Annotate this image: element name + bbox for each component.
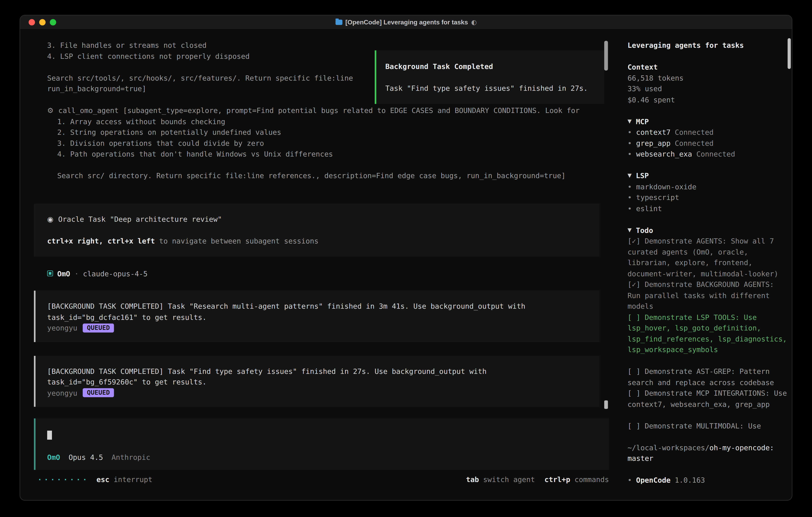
ctrl-p-key: ctrl+p bbox=[545, 474, 570, 485]
tool-call-item: 2. String operations on potentially unde… bbox=[34, 127, 609, 138]
todo-item: [ ]Demonstrate LSP TOOLS: Use lsp_hover,… bbox=[628, 311, 788, 355]
todo-item: [ ]Demonstrate MCP INTEGRATIONS: Use con… bbox=[628, 388, 788, 409]
todo-text: Demonstrate AST-GREP: Pattern search and… bbox=[628, 367, 774, 386]
window-title-text: [OpenCode] Leveraging agents for tasks bbox=[345, 19, 468, 26]
esc-key-label: interrupt bbox=[114, 474, 152, 485]
navigation-hint: ctrl+x right, ctrl+x leftto navigate bet… bbox=[47, 235, 589, 246]
checkbox-empty-icon: [ ] bbox=[628, 367, 641, 376]
bullet-icon: • bbox=[628, 127, 632, 138]
oracle-task-title-row: ◉Oracle Task "Deep architecture review" bbox=[47, 214, 589, 224]
workspace-branch: master bbox=[628, 453, 788, 464]
checkbox-empty-icon: [ ] bbox=[628, 389, 641, 397]
model-selector[interactable]: OmO Opus 4.5 Anthropic bbox=[47, 452, 599, 462]
agent-header: OmO · claude-opus-4-5 bbox=[34, 268, 609, 279]
todo-text: Demonstrate MCP INTEGRATIONS: Use contex… bbox=[628, 389, 791, 408]
desktop: [OpenCode] Leveraging agents for tasks ◐… bbox=[0, 0, 812, 517]
mcp-item: •context7Connected bbox=[628, 127, 788, 138]
record-circle-icon: ◉ bbox=[47, 215, 53, 223]
message-line: task_id="bg_dcfac161" to get results. bbox=[47, 311, 589, 322]
tab-label: switch agent bbox=[483, 474, 535, 485]
bullet-icon: • bbox=[628, 192, 632, 203]
background-task-message: [BACKGROUND TASK COMPLETED] Task "Find t… bbox=[34, 356, 600, 407]
checkbox-empty-icon: [ ] bbox=[628, 421, 641, 430]
notification-title: Background Task Completed bbox=[385, 61, 597, 72]
background-task-notification: Background Task Completed Task "Find typ… bbox=[375, 50, 604, 104]
terminal-line: 3. File handles or streams not closed bbox=[34, 40, 609, 51]
status-left: ········ esc interrupt bbox=[34, 474, 152, 485]
message-meta: yeongyu QUEUED bbox=[47, 323, 589, 333]
todo-heading: Todo bbox=[636, 224, 653, 235]
oracle-task-panel: ◉Oracle Task "Deep architecture review" … bbox=[34, 203, 600, 256]
input-line[interactable] bbox=[47, 430, 599, 440]
hint-text: to navigate between subagent sessions bbox=[159, 236, 318, 245]
notification-body: Task "Find type safety issues" finished … bbox=[385, 83, 597, 93]
mcp-name: websearch_exa bbox=[636, 148, 692, 159]
gear-icon: ⚙ bbox=[47, 106, 54, 114]
agent-name: OmO bbox=[57, 268, 70, 279]
sidebar: Leveraging agents for tasks Context 66,5… bbox=[618, 30, 792, 500]
omo-agent-icon bbox=[47, 271, 53, 276]
current-provider: Anthropic bbox=[112, 452, 150, 462]
queued-badge: QUEUED bbox=[83, 323, 114, 332]
bullet-icon: • bbox=[628, 181, 632, 192]
terminal-main: 3. File handles or streams not closed 4.… bbox=[20, 30, 618, 500]
message-line: [BACKGROUND TASK COMPLETED] Task "Resear… bbox=[47, 301, 589, 311]
context-heading: Context bbox=[628, 61, 788, 72]
main-scrollbar-thumb[interactable] bbox=[604, 41, 608, 71]
bullet-icon: • bbox=[628, 138, 632, 148]
separator-dot: · bbox=[74, 268, 79, 279]
minimize-window-button[interactable] bbox=[39, 19, 46, 25]
todo-section-header[interactable]: ▼ Todo bbox=[628, 224, 788, 235]
app-version-row: • OpenCode 1.0.163 bbox=[628, 474, 788, 485]
close-window-button[interactable] bbox=[29, 19, 35, 25]
todo-text: Demonstrate MULTIMODAL: Use bbox=[645, 421, 761, 430]
queued-badge: QUEUED bbox=[83, 388, 114, 397]
half-circle-icon: ◐ bbox=[471, 19, 477, 26]
author-name: yeongyu bbox=[47, 323, 77, 333]
esc-key-hint[interactable]: esc bbox=[96, 474, 110, 485]
lsp-heading: LSP bbox=[636, 170, 649, 181]
mcp-status: Connected bbox=[675, 138, 714, 148]
lsp-section-header[interactable]: ▼ LSP bbox=[628, 170, 788, 181]
collapse-triangle-icon: ▼ bbox=[628, 224, 632, 235]
checkbox-checked-icon: [✓] bbox=[628, 237, 641, 245]
message-meta: yeongyu QUEUED bbox=[47, 387, 589, 398]
prompt-input[interactable]: OmO Opus 4.5 Anthropic bbox=[34, 418, 609, 470]
commands-hint[interactable]: ctrl+pcommands bbox=[545, 474, 609, 485]
bullet-icon: • bbox=[628, 474, 632, 485]
tool-call-item: 1. Array access without bounds checking bbox=[34, 116, 609, 127]
todo-item: [ ]Demonstrate MULTIMODAL: Use bbox=[628, 420, 788, 431]
context-used: 33% used bbox=[628, 83, 788, 94]
oracle-task-title: Oracle Task "Deep architecture review" bbox=[58, 215, 222, 223]
tab-key: tab bbox=[466, 474, 479, 485]
sidebar-scrollbar-thumb[interactable] bbox=[788, 38, 791, 69]
mcp-status: Connected bbox=[696, 148, 735, 159]
agent-model: claude-opus-4-5 bbox=[83, 268, 147, 279]
text-cursor bbox=[47, 430, 52, 439]
tab-hint[interactable]: tabswitch agent bbox=[466, 474, 535, 485]
lsp-item: •eslint bbox=[628, 203, 788, 214]
main-scroll-bottom-indicator[interactable] bbox=[604, 401, 608, 409]
hint-keys: ctrl+x right, ctrl+x left bbox=[47, 236, 155, 245]
context-tokens: 66,518 tokens bbox=[628, 72, 788, 83]
mcp-status: Connected bbox=[675, 127, 714, 138]
zoom-window-button[interactable] bbox=[50, 19, 56, 25]
bullet-icon: • bbox=[628, 148, 632, 159]
message-line: task_id="bg_6f59260c" to get results. bbox=[47, 377, 589, 387]
tool-call-footer: Search src/ directory. Return specific f… bbox=[34, 170, 609, 181]
current-model: Opus 4.5 bbox=[68, 452, 103, 462]
todo-text: Demonstrate LSP TOOLS: Use lsp_hover, ls… bbox=[628, 313, 791, 354]
collapse-triangle-icon: ▼ bbox=[628, 116, 632, 127]
titlebar[interactable]: [OpenCode] Leveraging agents for tasks ◐ bbox=[20, 16, 792, 30]
tool-call-item: 4. Path operations that don't handle Win… bbox=[34, 148, 609, 159]
mcp-section-header[interactable]: ▼ MCP bbox=[628, 116, 788, 127]
checkbox-checked-icon: [✓] bbox=[628, 280, 641, 289]
mcp-heading: MCP bbox=[636, 116, 649, 127]
status-right: tabswitch agent ctrl+pcommands bbox=[466, 474, 609, 485]
todo-item: [✓]Demonstrate AGENTS: Show all 7 curate… bbox=[628, 236, 788, 279]
bullet-icon: • bbox=[628, 203, 632, 214]
opencode-window: [OpenCode] Leveraging agents for tasks ◐… bbox=[20, 15, 792, 500]
window-content: 3. File handles or streams not closed 4.… bbox=[20, 30, 792, 500]
tool-call-item: 3. Division operations that could divide… bbox=[34, 138, 609, 148]
lsp-item: •markdown-oxide bbox=[628, 181, 788, 192]
